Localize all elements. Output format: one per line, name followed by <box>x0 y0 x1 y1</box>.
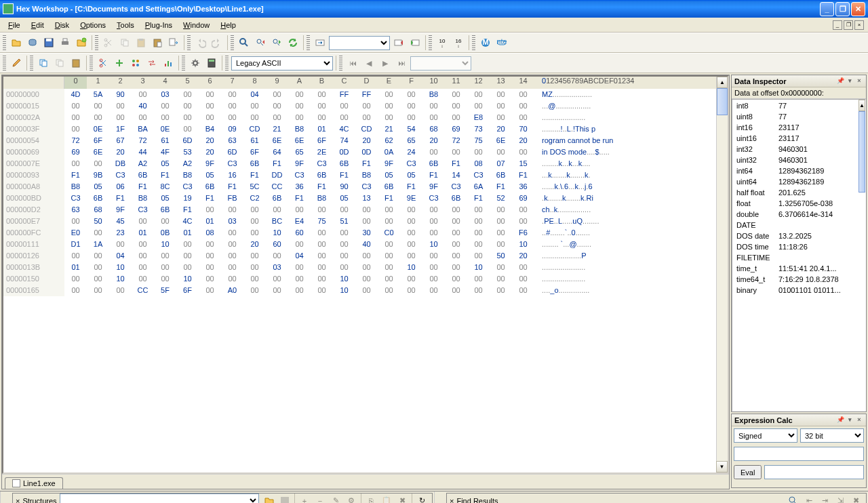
find-next-button[interactable] <box>269 35 284 50</box>
new-button[interactable] <box>74 35 89 50</box>
menu-edit[interactable]: Edit <box>26 20 50 31</box>
svg-rect-19 <box>395 40 401 45</box>
toolbar-2: Legacy ASCII ⏮ ◀ ▶ ⏭ <box>0 53 868 73</box>
goto-next-button[interactable] <box>408 35 422 50</box>
grip-icon[interactable] <box>307 35 310 50</box>
grip-icon[interactable] <box>187 35 191 50</box>
pin-icon[interactable]: 📌 <box>836 77 844 85</box>
open-drive-button[interactable] <box>25 35 40 50</box>
find-button[interactable] <box>237 35 252 50</box>
mdi-restore[interactable]: ❐ <box>844 20 853 30</box>
base-16-button[interactable]: 16↕ <box>451 35 466 50</box>
menu-tools[interactable]: Tools <box>111 20 140 31</box>
structures-panel: × Structures + − ✎ ⚙ ⎘ 📋 ✖ ↻ <box>12 493 433 503</box>
separator <box>222 56 222 71</box>
copy-button <box>117 35 132 50</box>
svg-rect-36 <box>165 64 166 66</box>
grip-icon[interactable] <box>472 35 475 50</box>
file-tab[interactable]: Line1.exe <box>5 477 63 489</box>
structure-select[interactable] <box>60 494 259 503</box>
menu-plugins[interactable]: Plug-Ins <box>140 20 178 31</box>
paste-hex-button[interactable] <box>68 56 83 71</box>
chart-button[interactable] <box>161 56 176 71</box>
edit-button[interactable] <box>9 56 24 71</box>
minimize-button[interactable]: _ <box>820 2 834 16</box>
sector-select[interactable] <box>410 56 471 71</box>
scroll-down-button[interactable]: ▼ <box>716 461 728 472</box>
grip-icon[interactable] <box>231 35 234 50</box>
insert-button[interactable] <box>112 56 127 71</box>
mdi-minimize[interactable]: _ <box>833 20 842 30</box>
signed-select[interactable]: Signed <box>734 428 797 443</box>
expression-calc-panel: Expression Calc 📌▾× Signed 32 bit Eval <box>731 414 867 488</box>
copy-hex-button[interactable] <box>36 56 51 71</box>
menu-file[interactable]: File <box>3 20 26 31</box>
bits-select[interactable]: 32 bit <box>800 428 864 443</box>
inspector-scrollbar[interactable]: ▲ <box>859 100 865 411</box>
grip-icon[interactable] <box>182 56 185 71</box>
grip-icon[interactable] <box>3 35 6 50</box>
export-results-button: ⇲ <box>833 494 848 504</box>
grip-icon[interactable] <box>3 56 6 71</box>
close-button[interactable]: ✕ <box>851 2 865 16</box>
vertical-scrollbar[interactable]: ▲ ▼ <box>716 77 728 472</box>
menu-window[interactable]: Window <box>178 20 215 31</box>
goto-button[interactable] <box>313 35 328 50</box>
grip-icon[interactable] <box>339 56 342 71</box>
scroll-thumb[interactable] <box>717 88 728 115</box>
grip-icon[interactable] <box>225 56 229 71</box>
settings-button[interactable] <box>188 56 203 71</box>
svg-point-43 <box>789 497 795 502</box>
encoding-select[interactable]: Legacy ASCII <box>231 56 333 71</box>
grip-icon[interactable] <box>90 56 93 71</box>
results-label[interactable]: Results <box>434 491 445 503</box>
motorola-button[interactable]: M <box>478 35 493 50</box>
open-struct-button[interactable] <box>262 494 277 504</box>
dropdown-icon[interactable]: ▾ <box>846 77 854 85</box>
maximize-button[interactable]: ❐ <box>835 2 850 16</box>
structure-viewer-label[interactable]: Structure Viewer <box>0 491 11 503</box>
scroll-up-button[interactable]: ▲ <box>717 77 728 88</box>
find-prev-button[interactable] <box>253 35 268 50</box>
grip-icon[interactable] <box>429 35 432 50</box>
paste-special-button[interactable] <box>150 35 165 50</box>
pin-icon[interactable]: 📌 <box>836 416 844 424</box>
cut-selection-button[interactable] <box>96 56 111 71</box>
svg-text:intel: intel <box>496 37 507 45</box>
hex-editor[interactable]: 0123456789ABCDEF1011121314 0123456789ABC… <box>2 75 729 474</box>
close-icon[interactable]: × <box>450 497 454 504</box>
calculator-button[interactable] <box>204 56 219 71</box>
struct-delete-button: ✖ <box>395 494 410 504</box>
eval-button[interactable]: Eval <box>734 465 762 479</box>
save-button[interactable] <box>41 35 56 50</box>
print-button[interactable] <box>58 35 73 50</box>
struct-refresh-button[interactable]: ↻ <box>414 494 429 504</box>
close-icon[interactable]: × <box>16 497 20 504</box>
refresh-button[interactable] <box>285 35 300 50</box>
intel-button[interactable]: intel <box>494 35 509 50</box>
open-file-button[interactable] <box>9 35 24 50</box>
svg-rect-42 <box>281 497 289 504</box>
goto-prev-button[interactable] <box>391 35 406 50</box>
inspector-table[interactable]: int877uint877int1623117uint1623117int329… <box>732 100 859 296</box>
mdi-close[interactable]: × <box>854 20 864 30</box>
swap-button[interactable] <box>144 56 159 71</box>
dropdown-icon[interactable]: ▾ <box>846 416 854 424</box>
menu-help[interactable]: Help <box>215 20 241 31</box>
find-button[interactable] <box>786 494 801 504</box>
menu-disk[interactable]: Disk <box>50 20 75 31</box>
grip-icon[interactable] <box>30 56 33 71</box>
menu-options[interactable]: Options <box>75 20 111 31</box>
struct-settings-button: ⚙ <box>344 494 359 504</box>
fill-button[interactable] <box>128 56 143 71</box>
grip-icon[interactable] <box>95 35 98 50</box>
separator <box>26 56 27 71</box>
close-icon[interactable]: × <box>855 77 863 85</box>
base-10-button[interactable]: 10↕ <box>435 35 450 50</box>
close-icon[interactable]: × <box>855 416 863 424</box>
goto-combo[interactable] <box>329 36 390 50</box>
svg-rect-41 <box>209 60 214 62</box>
expression-input[interactable] <box>734 447 864 461</box>
bottom-panels: Structure Viewer × Structures + − ✎ ⚙ ⎘ … <box>0 491 868 503</box>
export-button[interactable] <box>166 35 181 50</box>
